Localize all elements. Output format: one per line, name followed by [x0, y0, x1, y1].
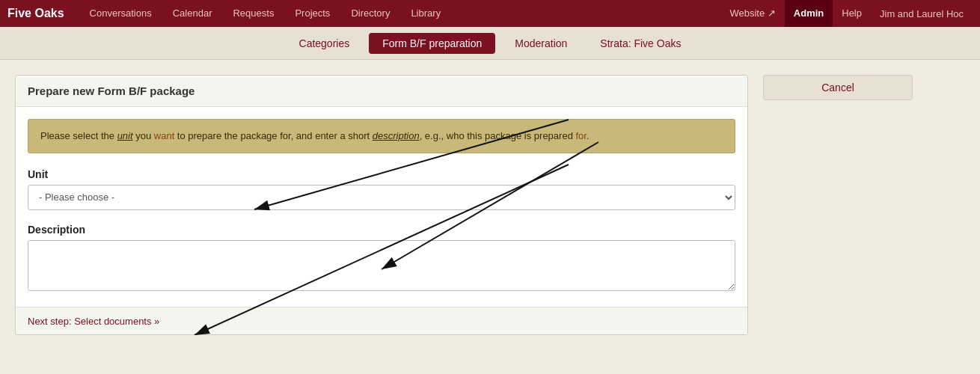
nav-requests[interactable]: Requests	[222, 0, 284, 27]
description-textarea[interactable]	[28, 240, 735, 291]
nav-library[interactable]: Library	[400, 0, 451, 27]
unit-label: Unit	[28, 168, 735, 180]
next-step-link[interactable]: Next step: Select documents »	[28, 316, 159, 327]
unit-field-group: Unit - Please choose -	[28, 168, 735, 210]
unit-select[interactable]: - Please choose -	[28, 185, 735, 210]
tab-strata[interactable]: Strata: Five Oaks	[587, 33, 694, 54]
description-label: Description	[28, 224, 735, 236]
nav-conversations[interactable]: Conversations	[79, 0, 162, 27]
nav-calendar[interactable]: Calendar	[162, 0, 223, 27]
tab-categories[interactable]: Categories	[286, 33, 364, 54]
unit-highlight: unit	[117, 130, 133, 141]
form-panel-body: Please select the unit you want to prepa…	[16, 107, 747, 293]
main-nav-links: Conversations Calendar Requests Projects…	[79, 0, 721, 27]
main-area: Prepare new Form B/F package Please sele…	[0, 60, 980, 335]
tab-form-bf-preparation[interactable]: Form B/F preparation	[369, 33, 495, 54]
nav-projects[interactable]: Projects	[284, 0, 340, 27]
nav-help[interactable]: Help	[833, 0, 871, 27]
info-box: Please select the unit you want to prepa…	[28, 119, 735, 153]
form-panel-footer: Next step: Select documents »	[16, 307, 747, 334]
form-panel-title: Prepare new Form B/F package	[28, 85, 195, 97]
nav-website[interactable]: Website ↗	[720, 0, 784, 27]
cancel-panel: Cancel	[763, 75, 913, 335]
want-text: want	[154, 130, 174, 141]
description-highlight: description	[373, 130, 420, 141]
brand-logo: Five Oaks	[7, 7, 64, 20]
form-panel: Prepare new Form B/F package Please sele…	[15, 75, 748, 335]
top-nav: Five Oaks Conversations Calendar Request…	[0, 0, 980, 27]
for-text: for	[576, 130, 587, 141]
user-name: Jim and Laurel Hoc	[871, 8, 973, 19]
form-panel-header: Prepare new Form B/F package	[16, 76, 747, 107]
description-field-group: Description	[28, 224, 735, 293]
top-right-links: Website ↗ Admin Help Jim and Laurel Hoc	[720, 0, 973, 27]
sub-nav: Categories Form B/F preparation Moderati…	[0, 27, 980, 60]
cancel-button[interactable]: Cancel	[763, 75, 913, 100]
tab-moderation[interactable]: Moderation	[501, 33, 581, 54]
nav-admin[interactable]: Admin	[785, 0, 833, 27]
nav-directory[interactable]: Directory	[340, 0, 400, 27]
